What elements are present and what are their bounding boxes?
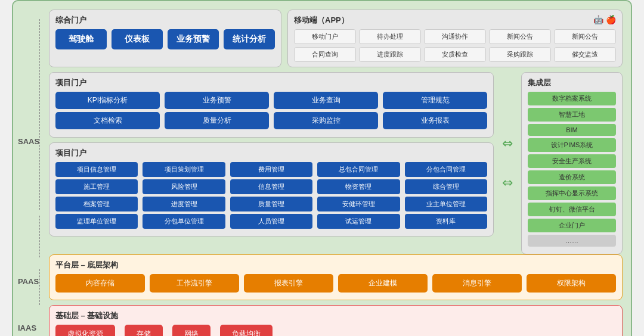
mobile-btn-8[interactable]: 采购跟踪 [489, 47, 551, 62]
right-panel: 集成层 数字档案系统 智慧工地 BIM 设计PIMS系统 安全生产系统 造价系统… [521, 72, 623, 254]
paas-btn-4[interactable]: 消息引擎 [432, 274, 522, 293]
mobile-btn-7[interactable]: 安质检查 [424, 47, 486, 62]
int-item-5[interactable]: 造价系统 [528, 170, 616, 184]
paas-btn-5[interactable]: 权限架构 [527, 274, 616, 293]
paas-title: 平台层 – 底层架构 [55, 260, 616, 270]
pm-btn-20[interactable]: 档案管理 [55, 197, 138, 211]
pm-btn-14[interactable]: 综合管理 [405, 179, 487, 194]
mobile-btn-5[interactable]: 合同查询 [294, 47, 356, 62]
project-mgmt-title: 项目门户 [55, 148, 487, 158]
pp-btn-5[interactable]: 质量分析 [165, 112, 269, 129]
pp-btn-3[interactable]: 管理规范 [383, 92, 487, 109]
paas-btn-row: 内容存储 工作流引擎 报表引擎 企业建模 消息引擎 权限架构 [55, 274, 616, 293]
btn-yewuyujing[interactable]: 业务预警 [168, 29, 219, 49]
mobile-btn-0[interactable]: 移动门户 [294, 29, 356, 44]
btn-jiashicang[interactable]: 驾驶舱 [55, 29, 107, 49]
section-paas: 平台层 – 底层架构 内容存储 工作流引擎 报表引擎 企业建模 消息引擎 权限架… [49, 254, 623, 300]
label-paas: PAAS [18, 277, 39, 286]
section-project-mgmt: 项目门户 项目信息管理 项目策划管理 费用管理 总包合同管理 分包合同管理 施工… [49, 142, 494, 237]
pp-btn-2[interactable]: 业务查询 [274, 92, 378, 109]
label-saas: SAAS [18, 137, 39, 146]
dashed-line-3 [39, 269, 40, 305]
mobile-btn-3[interactable]: 新闻公告 [489, 29, 551, 44]
mobile-grid: 移动门户 待办处理 沟通协作 新闻公告 新闻公告 合同查询 进度跟踪 安质检查 … [294, 29, 616, 62]
arrow-up-down-2: ⇔ [502, 175, 513, 191]
pm-row-1: 项目信息管理 项目策划管理 费用管理 总包合同管理 分包合同管理 [55, 162, 487, 177]
pm-btn-31[interactable]: 分包单位管理 [143, 214, 225, 229]
pm-row-2: 施工管理 风险管理 信息管理 物资管理 综合管理 [55, 179, 487, 194]
project-portal-title: 项目门户 [55, 77, 487, 88]
integration-title: 集成层 [528, 77, 616, 88]
pm-btn-30[interactable]: 监理单位管理 [55, 214, 138, 229]
section-mobile: 移动端（APP） 🤖 🍎 移动门户 待办处理 沟通协作 新闻公告 新闻公告 合同… [287, 10, 623, 67]
paas-btn-3[interactable]: 企业建模 [338, 274, 428, 293]
dashed-line-2 [39, 216, 40, 257]
top-row: 综合门户 驾驶舱 仪表板 业务预警 统计分析 移动端（APP） 🤖 🍎 移动门户… [49, 10, 623, 67]
pm-btn-04[interactable]: 分包合同管理 [405, 162, 487, 177]
int-item-3[interactable]: 设计PIMS系统 [528, 138, 616, 152]
main-container: SAAS PAAS IAAS 综合门户 驾驶舱 仪表板 业务预警 统计分析 移动… [12, 0, 632, 336]
mobile-btn-9[interactable]: 催交监造 [554, 47, 616, 62]
pm-btn-02[interactable]: 费用管理 [230, 162, 312, 177]
zhumen-title: 综合门户 [55, 15, 275, 26]
int-item-8[interactable]: 企业门户 [528, 219, 616, 232]
content-area: 项目门户 KPI指标分析 业务预警 业务查询 管理规范 文档检索 质量分析 采购… [49, 72, 623, 254]
mobile-btn-1[interactable]: 待办处理 [359, 29, 421, 44]
zhumen-btn-row: 驾驶舱 仪表板 业务预警 统计分析 [55, 29, 275, 49]
section-project-portal: 项目门户 KPI指标分析 业务预警 业务查询 管理规范 文档检索 质量分析 采购… [49, 72, 494, 138]
btn-tongjifenxi[interactable]: 统计分析 [224, 29, 275, 49]
iaas-btn-3[interactable]: 负载均衡 [220, 325, 273, 336]
int-item-4[interactable]: 安全生产系统 [528, 154, 616, 168]
int-item-1[interactable]: 智慧工地 [528, 108, 616, 122]
pp-btn-6[interactable]: 采购监控 [274, 112, 378, 129]
mobile-btn-4[interactable]: 新闻公告 [554, 29, 616, 44]
mobile-icons: 🤖 🍎 [593, 15, 616, 24]
paas-btn-1[interactable]: 工作流引擎 [150, 274, 239, 293]
pm-btn-22[interactable]: 质量管理 [230, 197, 312, 211]
pm-btn-33[interactable]: 试运管理 [317, 214, 400, 229]
pp-btn-4[interactable]: 文档检索 [55, 112, 160, 129]
pm-btn-24[interactable]: 业主单位管理 [405, 197, 487, 211]
pp-btn-1[interactable]: 业务预警 [165, 92, 269, 109]
pm-btn-12[interactable]: 信息管理 [230, 179, 312, 194]
iaas-btn-2[interactable]: 网络 [172, 325, 210, 336]
pm-btn-32[interactable]: 人员管理 [230, 214, 312, 229]
iaas-btn-row: 虚拟化资源 存储 网络 负载均衡 [55, 325, 616, 336]
pp-btn-7[interactable]: 业务报表 [383, 112, 487, 129]
left-content: 项目门户 KPI指标分析 业务预警 业务查询 管理规范 文档检索 质量分析 采购… [49, 72, 494, 254]
paas-btn-0[interactable]: 内容存储 [55, 274, 145, 293]
pm-row-3: 档案管理 进度管理 质量管理 安健环管理 业主单位管理 [55, 197, 487, 211]
iaas-btn-0[interactable]: 虚拟化资源 [55, 325, 115, 336]
pm-btn-11[interactable]: 风险管理 [143, 179, 225, 194]
pm-btn-13[interactable]: 物资管理 [317, 179, 400, 194]
pm-btn-01[interactable]: 项目策划管理 [143, 162, 225, 177]
project-portal-row-1: KPI指标分析 业务预警 业务查询 管理规范 [55, 92, 487, 109]
pm-btn-03[interactable]: 总包合同管理 [317, 162, 400, 177]
int-item-9[interactable]: …… [528, 235, 616, 247]
pm-btn-21[interactable]: 进度管理 [143, 197, 225, 211]
section-zhumen: 综合门户 驾驶舱 仪表板 业务预警 统计分析 [49, 10, 281, 67]
pp-btn-0[interactable]: KPI指标分析 [55, 92, 160, 109]
mobile-title: 移动端（APP） 🤖 🍎 [294, 15, 616, 26]
label-iaas: IAAS [18, 323, 36, 332]
int-item-6[interactable]: 指挥中心显示系统 [528, 186, 616, 200]
mobile-btn-2[interactable]: 沟通协作 [424, 29, 486, 44]
int-item-0[interactable]: 数字档案系统 [528, 92, 616, 105]
side-labels: SAAS PAAS IAAS [13, 1, 48, 336]
pm-btn-00[interactable]: 项目信息管理 [55, 162, 138, 177]
iaas-title: 基础层 – 基础设施 [55, 310, 616, 321]
pm-row-4: 监理单位管理 分包单位管理 人员管理 试运管理 资料库 [55, 214, 487, 229]
pm-btn-10[interactable]: 施工管理 [55, 179, 138, 194]
paas-btn-2[interactable]: 报表引擎 [244, 274, 333, 293]
pm-btn-34[interactable]: 资料库 [405, 214, 487, 229]
project-portal-row-2: 文档检索 质量分析 采购监控 业务报表 [55, 112, 487, 129]
btn-yibiaoban[interactable]: 仪表板 [112, 29, 163, 49]
arrow-container: ⇔ ⇔ [500, 72, 515, 254]
int-item-2[interactable]: BIM [528, 124, 616, 136]
pm-btn-23[interactable]: 安健环管理 [317, 197, 400, 211]
int-item-7[interactable]: 钉钉、微信平台 [528, 203, 616, 216]
section-integration: 集成层 数字档案系统 智慧工地 BIM 设计PIMS系统 安全生产系统 造价系统… [521, 72, 623, 254]
arrow-up-down-1: ⇔ [502, 136, 513, 151]
mobile-btn-6[interactable]: 进度跟踪 [359, 47, 421, 62]
iaas-btn-1[interactable]: 存储 [125, 325, 163, 336]
